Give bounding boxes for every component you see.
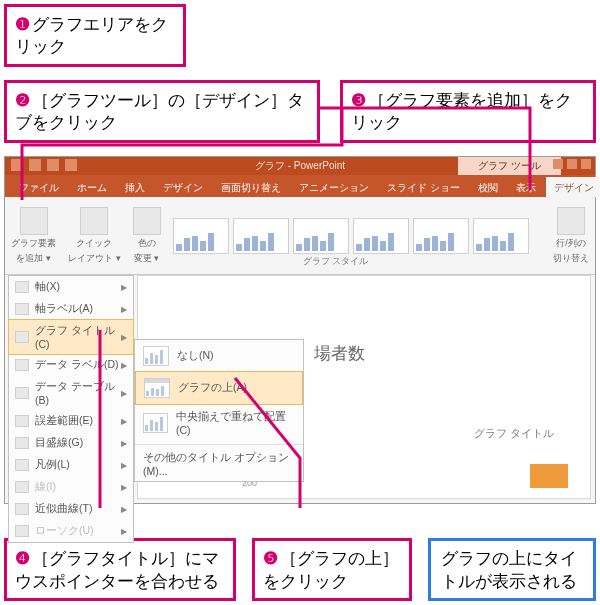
submenu-label: 中央揃えで重ねて配置(C) bbox=[176, 410, 295, 436]
chevron-right-icon: ▶ bbox=[121, 417, 127, 426]
menu-label: データ テーブル(B) bbox=[35, 380, 127, 406]
menu-updown-bars[interactable]: ローソク(U)▶ bbox=[9, 520, 133, 542]
menu-gridlines[interactable]: 目盛線(G)▶ bbox=[9, 432, 133, 454]
menu-data-table[interactable]: データ テーブル(B)▶ bbox=[9, 376, 133, 410]
tab-view[interactable]: 表示 bbox=[508, 177, 544, 197]
menu-label: データ ラベル(D) bbox=[35, 358, 119, 372]
switch-row-col-label-1: 行/列の bbox=[556, 237, 586, 250]
callout-text-3: ［グラフ要素を追加］をクリック bbox=[351, 91, 572, 131]
add-chart-element-button[interactable]: グラフ要素 を追加 ▾ bbox=[11, 207, 56, 265]
chart-style-item[interactable] bbox=[293, 218, 349, 254]
callout-text-1: グラフエリアをクリック bbox=[15, 15, 168, 55]
maximize-icon[interactable] bbox=[567, 159, 577, 169]
chevron-right-icon: ▶ bbox=[121, 361, 127, 370]
chart-bar bbox=[530, 464, 568, 488]
trendline-icon bbox=[15, 503, 29, 515]
tab-animations[interactable]: アニメーション bbox=[291, 177, 377, 197]
menu-error-bars[interactable]: 誤差範囲(E)▶ bbox=[9, 410, 133, 432]
menu-label: 誤差範囲(E) bbox=[35, 414, 93, 428]
chart-title-icon bbox=[15, 331, 29, 343]
tab-file[interactable]: ファイル bbox=[11, 177, 67, 197]
menu-chart-title[interactable]: グラフ タイトル(C)▶ bbox=[8, 319, 134, 355]
contextual-tab-label: グラフ ツール bbox=[458, 157, 561, 175]
add-chart-element-icon bbox=[20, 207, 48, 235]
submenu-none[interactable]: なし(N) bbox=[135, 340, 303, 372]
menu-trendline[interactable]: 近似曲線(T)▶ bbox=[9, 498, 133, 520]
menu-data-label[interactable]: データ ラベル(D)▶ bbox=[9, 354, 133, 376]
chart-styles-gallery[interactable]: グラフ スタイル bbox=[173, 218, 535, 254]
tab-transitions[interactable]: 画面切り替え bbox=[213, 177, 289, 197]
callout-text-4: ［グラフタイトル］にマウスポインターを合わせる bbox=[15, 549, 219, 589]
menu-label: 線(I) bbox=[35, 480, 56, 494]
submenu-centered-overlay[interactable]: 中央揃えで重ねて配置(C) bbox=[135, 404, 303, 442]
tab-design[interactable]: デザイン bbox=[155, 177, 211, 197]
callout-2: ❷［グラフツール］の［デザイン］タブをクリック bbox=[4, 80, 320, 143]
chevron-right-icon: ▶ bbox=[121, 483, 127, 492]
menu-label: 近似曲線(T) bbox=[35, 502, 92, 516]
menu-legend[interactable]: 凡例(L)▶ bbox=[9, 454, 133, 476]
chevron-right-icon: ▶ bbox=[121, 305, 127, 314]
menu-lines[interactable]: 線(I)▶ bbox=[9, 476, 133, 498]
chevron-right-icon: ▶ bbox=[121, 439, 127, 448]
menu-label: ローソク(U) bbox=[35, 524, 94, 538]
result-text: グラフの上にタイトルが表示される bbox=[441, 549, 577, 589]
legend-icon bbox=[15, 459, 29, 471]
updown-bars-icon bbox=[15, 525, 29, 537]
callout-num-4: ❹ bbox=[15, 549, 30, 567]
callout-num-2: ❷ bbox=[15, 91, 30, 109]
callout-5: ❺［グラフの上］をクリック bbox=[252, 538, 412, 601]
close-icon[interactable] bbox=[581, 159, 591, 169]
change-colors-button[interactable]: 色の 変更 ▾ bbox=[133, 207, 161, 265]
ribbon-tabs: ファイル ホーム 挿入 デザイン 画面切り替え アニメーション スライド ショー… bbox=[5, 175, 595, 197]
menu-label: 凡例(L) bbox=[35, 458, 70, 472]
minimize-icon[interactable] bbox=[553, 159, 563, 169]
chevron-right-icon: ▶ bbox=[121, 333, 127, 342]
lines-icon bbox=[15, 481, 29, 493]
tab-home[interactable]: ホーム bbox=[69, 177, 115, 197]
change-colors-icon bbox=[133, 207, 161, 235]
tab-chart-design[interactable]: デザイン bbox=[546, 177, 600, 197]
chevron-right-icon: ▶ bbox=[121, 527, 127, 536]
add-chart-element-label-1: グラフ要素 bbox=[11, 237, 56, 250]
menu-axis[interactable]: 軸(X)▶ bbox=[9, 276, 133, 298]
chevron-right-icon: ▶ bbox=[121, 389, 127, 398]
tab-insert[interactable]: 挿入 bbox=[117, 177, 153, 197]
switch-row-col-button[interactable]: 行/列の 切り替え bbox=[553, 207, 589, 265]
submenu-more-options[interactable]: その他のタイトル オプション(M)... bbox=[135, 447, 303, 481]
chart-title-submenu: なし(N) グラフの上(A) 中央揃えで重ねて配置(C) その他のタイトル オプ… bbox=[134, 339, 304, 482]
data-label-icon bbox=[15, 359, 29, 371]
quick-layout-icon bbox=[80, 207, 108, 235]
chart-style-item[interactable] bbox=[473, 218, 529, 254]
window-controls[interactable] bbox=[553, 159, 591, 169]
chevron-right-icon: ▶ bbox=[121, 461, 127, 470]
callout-1: ❶グラフエリアをクリック bbox=[4, 4, 186, 67]
callout-3: ❸［グラフ要素を追加］をクリック bbox=[340, 80, 596, 143]
error-bars-icon bbox=[15, 415, 29, 427]
chart-style-item[interactable] bbox=[353, 218, 409, 254]
tab-slideshow[interactable]: スライド ショー bbox=[379, 177, 468, 197]
add-chart-element-label-2: を追加 ▾ bbox=[16, 252, 51, 265]
menu-separator bbox=[135, 444, 303, 445]
above-thumb-icon bbox=[144, 378, 170, 398]
quick-layout-label-1: クイック bbox=[76, 237, 112, 250]
gridlines-icon bbox=[15, 437, 29, 449]
menu-axis-label[interactable]: 軸ラベル(A)▶ bbox=[9, 298, 133, 320]
chart-style-item[interactable] bbox=[413, 218, 469, 254]
quick-layout-label-2: レイアウト ▾ bbox=[68, 252, 121, 265]
change-colors-label-1: 色の bbox=[138, 237, 156, 250]
chart-styles-label: グラフ スタイル bbox=[303, 255, 369, 268]
menu-label: 目盛線(G) bbox=[35, 436, 83, 450]
menu-label: 軸ラベル(A) bbox=[35, 302, 93, 316]
tab-review[interactable]: 校閲 bbox=[470, 177, 506, 197]
add-chart-element-menu: 軸(X)▶ 軸ラベル(A)▶ グラフ タイトル(C)▶ データ ラベル(D)▶ … bbox=[8, 275, 134, 543]
chart-title-placeholder[interactable]: グラフ タイトル bbox=[474, 426, 554, 441]
chart-style-item[interactable] bbox=[173, 218, 229, 254]
result-box: グラフの上にタイトルが表示される bbox=[428, 538, 596, 601]
centered-thumb-icon bbox=[143, 413, 168, 433]
switch-row-col-icon bbox=[557, 207, 585, 235]
submenu-label: その他のタイトル オプション(M)... bbox=[143, 451, 295, 477]
submenu-above-chart[interactable]: グラフの上(A) bbox=[135, 371, 303, 405]
callout-text-2: ［グラフツール］の［デザイン］タブをクリック bbox=[15, 91, 304, 131]
chart-style-item[interactable] bbox=[233, 218, 289, 254]
quick-layout-button[interactable]: クイック レイアウト ▾ bbox=[68, 207, 121, 265]
